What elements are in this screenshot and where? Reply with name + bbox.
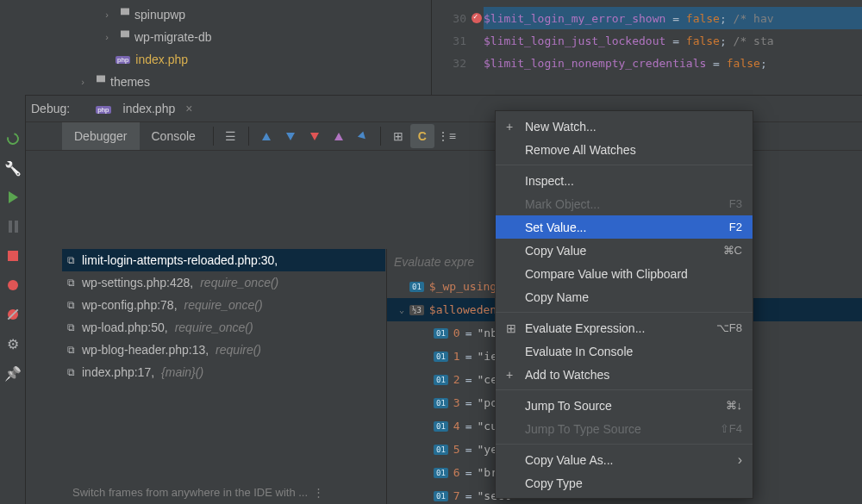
frame-call: {main}() bbox=[161, 365, 203, 379]
menu-divider bbox=[496, 165, 753, 165]
menu-item[interactable]: Copy Value As... bbox=[496, 448, 753, 471]
variable-name: 5 bbox=[453, 443, 460, 456]
frame-call: require() bbox=[216, 343, 261, 357]
menu-item[interactable]: Compare Value with Clipboard bbox=[496, 262, 753, 285]
menu-item[interactable]: +Add to Watches bbox=[496, 363, 753, 386]
breakpoints-button[interactable] bbox=[0, 271, 26, 300]
tree-item[interactable]: ›▝▘spinupwp bbox=[26, 3, 431, 26]
menu-item[interactable]: Set Value...F2 bbox=[496, 215, 753, 239]
tree-item[interactable]: phpindex.php bbox=[26, 48, 431, 71]
stack-frame[interactable]: ⧉wp-settings.php:428, require_once() bbox=[62, 271, 385, 294]
stack-frame[interactable]: ⧉limit-login-attempts-reloaded.php:30, bbox=[62, 249, 385, 271]
stack-frame[interactable]: ⧉index.php:17, {main}() bbox=[62, 361, 385, 383]
menu-item[interactable]: Evaluate In Console bbox=[496, 339, 753, 363]
rerun-button[interactable] bbox=[0, 124, 26, 153]
variable-name: 0 bbox=[453, 327, 460, 339]
frame-call: require_once() bbox=[175, 320, 253, 334]
menu-item[interactable]: Jump To Source⌘↓ bbox=[496, 394, 753, 417]
variable-name: $allowedent bbox=[429, 303, 503, 316]
debug-file[interactable]: index.php bbox=[123, 102, 176, 115]
folder-icon: ▝▘ bbox=[116, 9, 134, 22]
debug-tab[interactable]: Debugger bbox=[62, 122, 140, 150]
menu-item[interactable]: ⊞Evaluate Expression...⌥F8 bbox=[496, 316, 753, 339]
resume-button[interactable] bbox=[0, 183, 26, 212]
expander-icon[interactable]: › bbox=[98, 32, 116, 42]
run-to-cursor-button[interactable] bbox=[351, 124, 375, 148]
folder-icon: ▝▘ bbox=[116, 31, 134, 44]
menu-item[interactable]: Inspect... bbox=[496, 169, 753, 192]
menu-shortcut: F2 bbox=[729, 221, 742, 233]
wrench-button[interactable] bbox=[0, 153, 26, 183]
type-icon: 01 bbox=[434, 421, 448, 432]
trace-button[interactable]: C bbox=[410, 124, 434, 148]
code-line[interactable]: $limit_login_just_lockedout = false; /* … bbox=[484, 29, 862, 52]
gutter-line[interactable]: 31 bbox=[432, 29, 484, 52]
frame-file: wp-settings.php:428, bbox=[82, 276, 193, 289]
menu-item[interactable]: +New Watch... bbox=[496, 115, 753, 138]
layout-button[interactable]: ☰ bbox=[219, 124, 243, 148]
stack-frame[interactable]: ⧉wp-load.php:50, require_once() bbox=[62, 316, 385, 339]
tree-label: index.php bbox=[135, 53, 188, 66]
menu-label: Set Value... bbox=[525, 221, 729, 234]
type-icon: 01 bbox=[434, 491, 448, 501]
menu-item[interactable]: Copy Name bbox=[496, 285, 753, 308]
force-step-button[interactable] bbox=[303, 124, 327, 148]
gutter-line[interactable]: 30 bbox=[432, 7, 484, 29]
tree-item[interactable]: ›▝▘wp-migrate-db bbox=[26, 26, 431, 48]
expander-icon[interactable]: ⌄ bbox=[394, 305, 409, 314]
menu-label: Copy Value bbox=[525, 244, 723, 258]
code-line[interactable]: $limit_login_my_error_shown = false; /* … bbox=[484, 7, 862, 29]
code-line[interactable]: $limit_login_nonempty_credentials = fals… bbox=[484, 52, 862, 74]
pin-button[interactable] bbox=[0, 358, 26, 388]
menu-label: Compare Value with Clipboard bbox=[525, 267, 742, 281]
close-icon[interactable]: × bbox=[185, 102, 192, 115]
frame-icon: ⧉ bbox=[67, 277, 75, 289]
tree-item[interactable]: ›▝▘themes bbox=[26, 71, 431, 93]
stack-frame[interactable]: ⧉wp-config.php:78, require_once() bbox=[62, 294, 385, 316]
hint-text: Switch frames from anywhere in the IDE w… bbox=[72, 486, 324, 499]
equals: = bbox=[460, 396, 478, 409]
menu-divider bbox=[496, 389, 753, 390]
step-over-button[interactable] bbox=[254, 124, 278, 148]
equals: = bbox=[460, 327, 478, 339]
type-icon: 01 bbox=[434, 445, 448, 455]
breakpoint-icon[interactable] bbox=[472, 13, 482, 23]
menu-icon: ⊞ bbox=[506, 321, 525, 335]
more-button[interactable]: ⋮≡ bbox=[434, 124, 459, 148]
expander-icon[interactable]: › bbox=[74, 77, 91, 87]
type-icon: 01 bbox=[434, 328, 448, 339]
menu-divider bbox=[496, 312, 753, 313]
frame-file: wp-config.php:78, bbox=[82, 298, 178, 312]
menu-label: Copy Value As... bbox=[525, 453, 738, 467]
menu-item[interactable]: Copy Type bbox=[496, 471, 753, 495]
expander-icon[interactable]: › bbox=[98, 9, 116, 20]
type-icon: 01 bbox=[434, 398, 448, 408]
frame-file: limit-login-attempts-reloaded.php:30, bbox=[82, 253, 278, 267]
menu-item[interactable]: Remove All Watches bbox=[496, 138, 753, 161]
evaluate-button[interactable]: ⊞ bbox=[386, 124, 410, 148]
settings-button[interactable] bbox=[0, 329, 26, 358]
frame-file: index.php:17, bbox=[82, 365, 154, 379]
tree-label: spinupwp bbox=[134, 8, 185, 22]
gutter-line[interactable]: 32 bbox=[432, 52, 484, 74]
debug-tab[interactable]: Console bbox=[140, 122, 208, 150]
stack-frame[interactable]: ⧉wp-blog-header.php:13, require() bbox=[62, 339, 385, 361]
stop-button[interactable] bbox=[0, 241, 26, 271]
pause-button[interactable] bbox=[0, 212, 26, 241]
menu-label: Copy Name bbox=[525, 290, 742, 304]
step-out-button[interactable] bbox=[327, 124, 351, 148]
frames-list: ⧉limit-login-attempts-reloaded.php:30,⧉w… bbox=[62, 249, 385, 471]
menu-label: Inspect... bbox=[525, 174, 742, 188]
menu-item: Jump To Type Source⇧F4 bbox=[496, 417, 753, 440]
menu-item[interactable]: Copy Value⌘C bbox=[496, 239, 753, 262]
folder-icon: ▝▘ bbox=[91, 76, 110, 89]
tree-label: wp-migrate-db bbox=[134, 30, 211, 44]
menu-shortcut: ⌘↓ bbox=[726, 399, 743, 412]
type-icon: 01 bbox=[434, 352, 448, 362]
variable-name: 4 bbox=[453, 420, 460, 432]
step-into-button[interactable] bbox=[278, 124, 303, 148]
frame-file: wp-load.php:50, bbox=[82, 320, 168, 334]
mute-breakpoints-button[interactable] bbox=[0, 300, 26, 329]
menu-label: Copy Type bbox=[525, 476, 742, 490]
menu-label: Remove All Watches bbox=[525, 143, 742, 157]
